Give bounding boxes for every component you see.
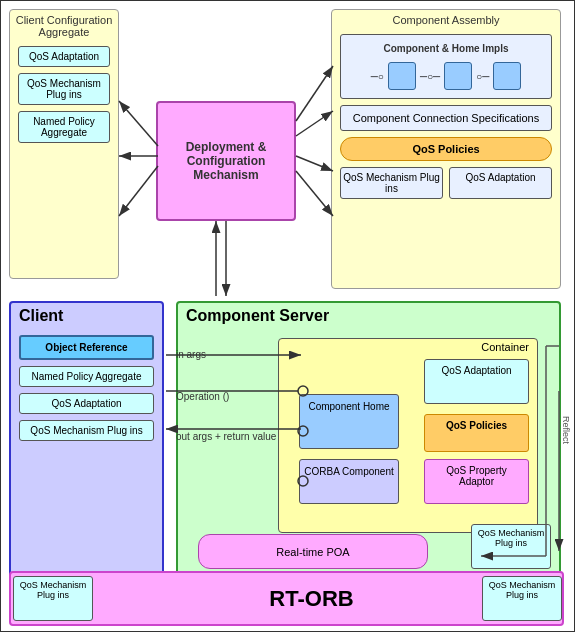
svg-line-4: [119, 166, 158, 216]
client-panel: Client Object Reference Named Policy Agg…: [9, 301, 164, 591]
qos-adapt-client: QoS Adaptation: [19, 393, 154, 414]
comp-box-1: [388, 62, 416, 90]
comp-home-impls-title: Component & Home Impls: [345, 39, 547, 58]
client-config-aggregate-title: Client Configuration Aggregate: [10, 10, 118, 40]
qos-adapt-assembly: QoS Adaptation: [449, 167, 552, 199]
comp-box-3: [493, 62, 521, 90]
comp-conn-spec-box: Component Connection Specifications: [340, 105, 552, 131]
qos-adaptation-container-box: QoS Adaptation: [424, 359, 529, 404]
realtime-poa-label: Real-time POA: [276, 546, 349, 558]
named-policy-client-config: Named Policy Aggregate: [18, 111, 110, 143]
comp-server-panel: Component Server Container Component Hom…: [176, 301, 561, 591]
named-policy-client: Named Policy Aggregate: [19, 366, 154, 387]
svg-line-5: [296, 111, 333, 136]
qos-policies-top-box: QoS Policies: [340, 137, 552, 161]
qos-mech-assembly: QoS Mechanism Plug ins: [340, 167, 443, 199]
deploy-mech-label: Deployment & Configuration Mechanism: [158, 140, 294, 182]
in-args-label: in args: [176, 349, 206, 360]
qos-mech-rtorb-left: QoS Mechanism Plug ins: [13, 576, 93, 621]
qos-mech-rtorb-right: QoS Mechanism Plug ins: [482, 576, 562, 621]
container-box: Container Component Home CORBA Component…: [278, 338, 538, 533]
out-args-label: out args + return value: [176, 431, 276, 442]
svg-line-2: [119, 101, 158, 146]
comp-server-panel-title: Component Server: [178, 303, 559, 329]
qos-mech-client-bottom: QoS Mechanism Plug ins: [19, 420, 154, 441]
lollipop-left: ─○: [371, 71, 384, 82]
realtime-poa-box: Real-time POA: [198, 534, 428, 569]
qos-mechanism-client-config: QoS Mechanism Plug ins: [18, 73, 110, 105]
comp-home-box: Component Home: [299, 394, 399, 449]
container-title: Container: [279, 339, 537, 355]
corba-comp-box: CORBA Component: [299, 459, 399, 504]
qos-mech-server-right: QoS Mechanism Plug ins: [471, 524, 551, 569]
comp-home-impls-box: Component & Home Impls ─○ ─○─ ○─: [340, 34, 552, 99]
svg-line-6: [296, 156, 333, 171]
qos-policies-container-box: QoS Policies: [424, 414, 529, 452]
qos-adaptation-client-config: QoS Adaptation: [18, 46, 110, 67]
lollipop-right: ○─: [476, 71, 489, 82]
operation-label: Operation (): [176, 391, 229, 402]
comp-boxes-row: ─○ ─○─ ○─: [345, 62, 547, 90]
client-config-aggregate: Client Configuration Aggregate QoS Adapt…: [9, 9, 119, 279]
comp-box-2: [444, 62, 472, 90]
connector-middle: ─○─: [420, 71, 440, 82]
qos-property-adaptor-box: QoS Property Adaptor: [424, 459, 529, 504]
component-assembly: Component Assembly Component & Home Impl…: [331, 9, 561, 289]
object-reference-box: Object Reference: [19, 335, 154, 360]
component-assembly-title: Component Assembly: [332, 10, 560, 30]
diagram-container: Client Configuration Aggregate QoS Adapt…: [0, 0, 575, 632]
svg-line-8: [296, 66, 333, 121]
deploy-mech-box: Deployment & Configuration Mechanism: [156, 101, 296, 221]
client-panel-title: Client: [11, 303, 162, 329]
svg-line-7: [296, 171, 333, 216]
reflect-label: Reflect: [561, 416, 571, 444]
qos-row: QoS Mechanism Plug ins QoS Adaptation: [340, 167, 552, 199]
